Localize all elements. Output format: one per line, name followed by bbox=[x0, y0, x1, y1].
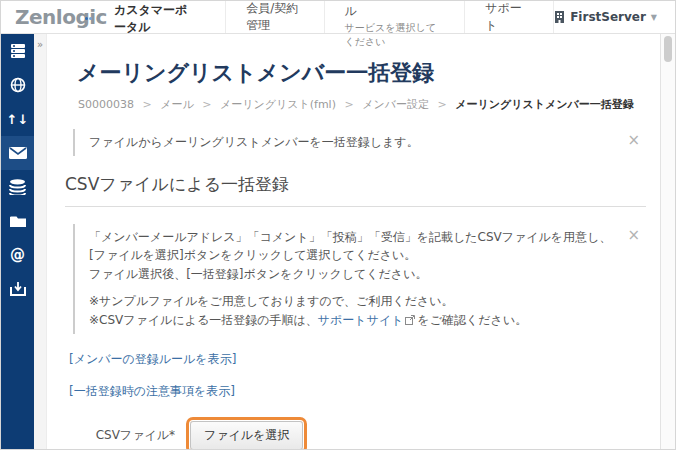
spacer bbox=[89, 283, 620, 292]
upload-form: CSVファイル* ファイルを選択 サンプルファイル ダウンロード (Shift-… bbox=[65, 421, 646, 450]
sidebar-item-servers[interactable] bbox=[1, 34, 34, 68]
servers-icon bbox=[10, 43, 26, 59]
required-mark: * bbox=[169, 428, 175, 442]
sidebar-expand-rail[interactable]: » bbox=[34, 34, 47, 450]
scrollbar[interactable] bbox=[660, 34, 675, 450]
database-icon bbox=[9, 179, 26, 195]
arrows-up-down-icon: ↑↓ bbox=[7, 113, 29, 126]
chevron-down-icon: ▼ bbox=[651, 13, 657, 22]
file-select-button[interactable]: ファイルを選択 bbox=[190, 421, 303, 450]
instructions-notice: 「メンバーメールアドレス」「コメント」「投稿」「受信」を記載したCSVファイルを… bbox=[73, 224, 646, 334]
instruction-line: 「メンバーメールアドレス」「コメント」「投稿」「受信」を記載したCSVファイルを… bbox=[89, 228, 620, 265]
sidebar-item-files[interactable] bbox=[1, 204, 34, 238]
header: Zenlogic カスタマーポータル 会員/契約管理 コントロールパネル サービ… bbox=[1, 1, 675, 34]
nav-control-panel[interactable]: コントロールパネル サービスを選択してください bbox=[324, 1, 465, 33]
breadcrumb-current: メーリングリストメンバー一括登録 bbox=[455, 98, 634, 111]
double-chevron-right-icon: » bbox=[37, 39, 43, 50]
instruction-note: ※CSVファイルによる一括登録の手順は、サポートサイトをご確認ください。 bbox=[89, 311, 620, 330]
breadcrumb-item-mailinglist[interactable]: メーリングリスト(fml) bbox=[220, 98, 336, 111]
nav-label: サポート bbox=[485, 0, 533, 34]
sidebar-item-transfer[interactable]: ↑↓ bbox=[1, 102, 34, 136]
at-mark-icon: @ bbox=[10, 248, 25, 263]
support-site-link[interactable]: サポートサイト bbox=[318, 313, 404, 327]
account-menu[interactable]: FirstServer ▼ bbox=[554, 1, 675, 33]
sidebar-item-database[interactable] bbox=[1, 170, 34, 204]
account-name: FirstServer bbox=[570, 10, 646, 24]
sidebar: ↑↓ @ bbox=[1, 34, 34, 450]
logo[interactable]: Zenlogic カスタマーポータル bbox=[1, 1, 195, 33]
external-link-icon bbox=[405, 315, 415, 325]
section-title: CSVファイルによる一括登録 bbox=[65, 173, 646, 196]
close-icon[interactable]: × bbox=[627, 133, 640, 148]
breadcrumb-separator: > bbox=[142, 98, 151, 111]
sidebar-item-network[interactable] bbox=[1, 68, 34, 102]
main-content: メーリングリストメンバー一括登録 S0000038 > メール > メーリングリ… bbox=[47, 34, 660, 450]
close-icon[interactable]: × bbox=[627, 228, 640, 243]
breadcrumb-item-mail[interactable]: メール bbox=[160, 98, 194, 111]
instruction-line: ファイル選択後、[一括登録]ボタンをクリックしてください。 bbox=[89, 265, 620, 284]
page-title: メーリングリストメンバー一括登録 bbox=[77, 58, 646, 88]
show-member-rules-link[interactable]: [メンバーの登録ルールを表示] bbox=[69, 351, 236, 368]
breadcrumb-separator: > bbox=[437, 98, 446, 111]
folder-icon bbox=[10, 215, 26, 228]
globe-icon bbox=[10, 77, 26, 93]
sidebar-item-mail[interactable] bbox=[1, 136, 34, 170]
app-window: Zenlogic カスタマーポータル 会員/契約管理 コントロールパネル サービ… bbox=[0, 0, 676, 450]
note-text: をご確認ください。 bbox=[417, 313, 527, 327]
csv-file-row: CSVファイル* ファイルを選択 bbox=[65, 421, 646, 450]
note-text: ※CSVファイルによる一括登録の手順は、 bbox=[89, 313, 318, 327]
mail-icon bbox=[9, 147, 27, 159]
scrollbar-thumb[interactable] bbox=[664, 36, 672, 62]
nav-member-contract[interactable]: 会員/契約管理 bbox=[225, 1, 323, 33]
building-icon bbox=[554, 11, 565, 23]
notice-text: ファイルからメーリングリストメンバーを一括登録します。 bbox=[89, 133, 620, 152]
nav-label: コントロールパネル bbox=[345, 0, 445, 20]
logo-dots-icon bbox=[85, 5, 93, 24]
instruction-note: ※サンプルファイルをご用意しておりますので、ご利用ください。 bbox=[89, 292, 620, 311]
logo-subtitle: カスタマーポータル bbox=[114, 2, 195, 36]
nav-label: 会員/契約管理 bbox=[246, 0, 303, 34]
csv-file-label: CSVファイル* bbox=[65, 427, 190, 444]
sidebar-item-archive[interactable] bbox=[1, 272, 34, 306]
sidebar-item-domain[interactable]: @ bbox=[1, 238, 34, 272]
archive-download-icon bbox=[10, 282, 26, 296]
breadcrumb-item-account[interactable]: S0000038 bbox=[78, 98, 134, 111]
logo-text: Zenlogic bbox=[15, 5, 107, 29]
breadcrumb-separator: > bbox=[202, 98, 211, 111]
breadcrumb-separator: > bbox=[344, 98, 353, 111]
show-registration-notes-link[interactable]: [一括登録時の注意事項を表示] bbox=[69, 383, 235, 400]
breadcrumb: S0000038 > メール > メーリングリスト(fml) > メンバー設定 … bbox=[78, 97, 646, 112]
nav-support[interactable]: サポート bbox=[464, 1, 554, 33]
header-nav: 会員/契約管理 コントロールパネル サービスを選択してください サポート bbox=[225, 1, 554, 33]
breadcrumb-item-member-settings[interactable]: メンバー設定 bbox=[362, 98, 429, 111]
section-divider bbox=[65, 206, 646, 207]
page-description-notice: ファイルからメーリングリストメンバーを一括登録します。 × bbox=[73, 129, 646, 156]
